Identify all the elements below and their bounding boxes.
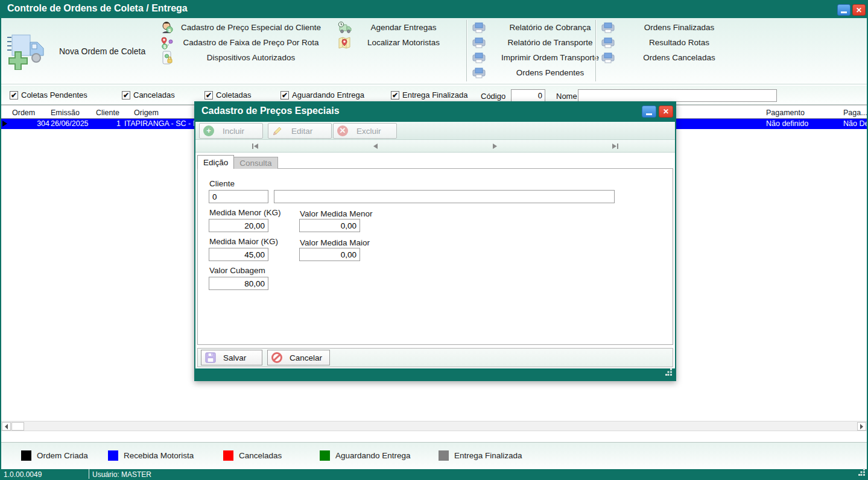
toolbar-group-relatorios: Relatório de Cobrança Relatório de Trans… (471, 20, 613, 80)
current-row-marker-icon (2, 121, 7, 127)
next-record-button[interactable] (436, 140, 556, 152)
dialog-status-strip (195, 368, 675, 380)
previous-record-icon (373, 144, 378, 149)
column-header[interactable]: Emissão (51, 109, 80, 117)
checkbox-label: Aguardando Entrega (292, 90, 364, 99)
valor-medida-maior-input[interactable] (299, 248, 360, 261)
version-text: 1.0.00.0049 (4, 470, 42, 479)
last-record-button[interactable] (555, 140, 675, 152)
save-floppy-icon (205, 352, 216, 363)
checkbox-canceladas[interactable]: ✔ Canceladas (122, 90, 175, 99)
window-border (0, 0, 1, 480)
codigo-input[interactable] (511, 89, 545, 102)
toolbar-item-label: Cadastro de Preço Especial do Cliente (175, 23, 327, 32)
printer-icon (471, 51, 487, 64)
tab-edicao[interactable]: Edição (197, 155, 234, 169)
editar-button[interactable]: Editar (268, 123, 332, 139)
valor-cubagem-input[interactable] (209, 277, 268, 290)
dialog-close-button[interactable]: ✕ (659, 106, 673, 118)
excluir-button[interactable]: ✕ Excluir (333, 123, 397, 139)
status-legend: Ordem Criada Recebida Motorista Cancelad… (1, 442, 867, 469)
cliente-name-input[interactable] (274, 190, 615, 203)
toolbar-item-relatorio-cobranca[interactable]: Relatório de Cobrança (471, 20, 613, 35)
cancelar-button[interactable]: Cancelar (267, 350, 330, 365)
excluir-label: Excluir (356, 127, 381, 136)
toolbar-group-cadastros: $ Cadastro de Preço Especial do Cliente … (159, 20, 327, 65)
dialog-resize-grip-icon[interactable] (665, 367, 673, 378)
legend-color-swatch (439, 450, 449, 461)
toolbar-item-label: Ordens Finalizadas (616, 23, 743, 32)
toolbar-item-faixa-preco[interactable]: $ Cadastro de Faixa de Preço Por Rota (159, 35, 327, 50)
salvar-button[interactable]: Salvar (201, 350, 262, 365)
dialog-footer-bar: Salvar Cancelar (197, 348, 673, 367)
next-record-icon (493, 144, 498, 149)
cell-pagamento2: Não Def (843, 119, 868, 128)
column-header[interactable]: Paga... (843, 109, 867, 117)
checkbox-coletadas[interactable]: ✔ Coletadas (204, 90, 252, 99)
toolbar-item-ordens-finalizadas[interactable]: Ordens Finalizadas (600, 20, 743, 35)
legend-color-swatch (320, 450, 330, 461)
dialog-minimize-button[interactable] (642, 106, 656, 118)
medida-menor-input[interactable] (209, 219, 268, 232)
map-pin-icon (337, 36, 352, 49)
dialog-title: Cadastro de Preços Especiais (201, 106, 340, 116)
toolbar-item-ordens-pendentes[interactable]: Ordens Pendentes (471, 65, 613, 80)
delete-icon: ✕ (337, 125, 348, 136)
nome-input[interactable] (578, 89, 777, 102)
svg-text:$: $ (168, 27, 171, 33)
scroll-right-button[interactable] (857, 422, 866, 431)
column-header[interactable]: Origem (134, 109, 159, 117)
legend-label: Ordem Criada (37, 451, 88, 460)
toolbar-item-agendar-entregas[interactable]: Agendar Entregas (337, 20, 455, 35)
toolbar-item-resultado-rotas[interactable]: Resultado Rotas (600, 35, 743, 50)
toolbar-divider (595, 20, 597, 81)
first-record-button[interactable] (195, 140, 315, 152)
close-button[interactable]: ✕ (852, 4, 866, 16)
valor-medida-menor-input[interactable] (299, 219, 360, 232)
printer-icon (471, 36, 487, 49)
legend-color-swatch (223, 450, 233, 461)
toolbar-item-label: Ordens Canceladas (616, 53, 743, 62)
dialog-title-bar[interactable]: Cadastro de Preços Especiais ✕ (195, 103, 675, 122)
user-text: Usuário: MASTER (92, 470, 151, 479)
new-order-button[interactable]: Nova Ordem de Coleta (5, 30, 145, 72)
horizontal-scrollbar[interactable] (1, 421, 867, 431)
toolbar-item-dispositivos[interactable]: Dispositivos Autorizados (159, 50, 327, 65)
legend-label: Canceladas (239, 451, 282, 460)
toolbar-item-localizar-motoristas[interactable]: Localizar Motoristas (337, 35, 455, 50)
column-header[interactable]: Pagamento (766, 109, 805, 117)
toolbar-item-label: Ordens Pendentes (487, 68, 613, 77)
device-lock-icon (159, 51, 175, 65)
record-navigator (195, 140, 675, 153)
tab-consulta[interactable]: Consulta (234, 157, 277, 169)
checkbox-entrega-finalizada[interactable]: ✔ Entrega Finalizada (391, 90, 467, 99)
checkbox-check-icon: ✔ (10, 91, 18, 99)
checkbox-aguardando-entrega[interactable]: ✔ Aguardando Entrega (280, 90, 364, 99)
toolbar-item-label: Cadastro de Faixa de Preço Por Rota (175, 38, 327, 47)
customer-price-icon: $ (159, 21, 175, 34)
salvar-label: Salvar (223, 353, 246, 362)
window-title: Controle de Ordens de Coleta / Entrega (7, 3, 188, 14)
edit-form-panel: Cliente Medida Menor (KG) Valor Medida M… (197, 168, 673, 345)
column-header[interactable]: Ordem (12, 109, 35, 117)
incluir-button[interactable]: + Incluir (199, 123, 263, 139)
medida-maior-input[interactable] (209, 248, 268, 261)
legend-item: Entrega Finalizada (439, 450, 522, 461)
toolbar-item-relatorio-transporte[interactable]: Relatório de Transporte (471, 35, 613, 50)
valor-cubagem-label: Valor Cubagem (209, 266, 265, 275)
scroll-left-button[interactable] (2, 422, 11, 431)
route-price-icon: $ (159, 36, 175, 49)
resize-grip-icon[interactable] (858, 467, 866, 478)
scrollbar-thumb[interactable] (11, 422, 24, 431)
toolbar-item-preco-especial[interactable]: $ Cadastro de Preço Especial do Cliente (159, 20, 327, 35)
printer-icon (471, 66, 487, 79)
column-header[interactable]: Cliente (96, 109, 119, 117)
checkbox-coletas-pendentes[interactable]: ✔ Coletas Pendentes (10, 90, 87, 99)
cliente-code-input[interactable] (209, 190, 268, 203)
incluir-label: Incluir (223, 127, 244, 136)
minimize-button[interactable] (837, 4, 851, 16)
toolbar-item-ordens-canceladas[interactable]: Ordens Canceladas (600, 50, 743, 65)
toolbar-item-imprimir-ordem[interactable]: Imprimir Ordem Transporte (471, 50, 613, 65)
previous-record-button[interactable] (315, 140, 436, 152)
medida-maior-label: Medida Maior (KG) (209, 237, 278, 246)
